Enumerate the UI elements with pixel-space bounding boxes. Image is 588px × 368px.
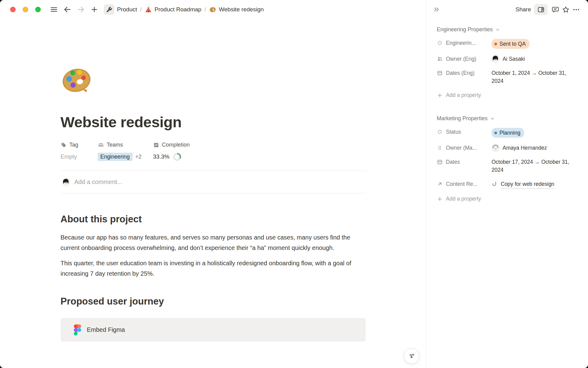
property-value[interactable]: Ai Sasaki [492,55,579,63]
property-name[interactable]: Dates [437,158,492,166]
status-dot-icon [494,132,497,134]
property-teams-value[interactable]: Engineering +2 [98,152,153,161]
teams-extra-count: +2 [135,154,142,160]
comment-placeholder: Add a comment... [74,178,123,186]
property-name[interactable]: Engineerin... [437,39,492,47]
property-value-page-link[interactable]: Copy for web redesign [492,180,579,189]
close-window-button[interactable] [10,7,16,12]
sidebar-topbar: Share [426,0,588,19]
comments-button[interactable] [550,4,560,15]
property-name-label: Owner (Eng) [446,55,476,63]
minimize-window-button[interactable] [23,7,28,12]
property-row-owner-marketing: Owner (Ma... Amaya Hernandez [437,141,579,155]
property-completion-value[interactable]: 33.3% [153,152,190,161]
new-page-button[interactable] [89,4,100,15]
empty-value: Empty [61,153,77,160]
breadcrumb-item-product[interactable]: Product [102,3,139,16]
add-property-button[interactable]: Add a property [437,89,579,101]
more-options-button[interactable] [571,4,581,15]
property-tag-header[interactable]: Tag [61,142,98,148]
back-button[interactable] [62,4,73,15]
breadcrumb-item-product-roadmap[interactable]: Product Roadmap [143,5,203,14]
breadcrumb-separator: / [205,6,206,13]
page-icon-palette[interactable] [61,64,92,96]
properties-sidebar: Share Engineering Properties Engineerin.… [426,0,588,368]
avatar [492,144,499,152]
panel-icon [537,6,545,13]
ai-face-icon [407,351,416,361]
property-name[interactable]: Status [437,128,492,136]
breadcrumb-label: Product Roadmap [155,6,202,13]
property-tag-value[interactable]: Empty [61,152,98,161]
property-name[interactable]: Owner (Ma... [437,144,492,152]
topbar: Product / Product Roadmap / Website rede… [0,0,426,19]
heading-proposed-user-journey[interactable]: Proposed user journey [61,296,366,307]
toggle-side-panel-button[interactable] [534,4,548,15]
favorite-button[interactable] [560,4,571,15]
calendar-icon [437,70,443,76]
property-row-dates-eng: Dates (Eng) October 1, 2024 → October 31… [437,66,579,88]
property-name-label: Engineerin... [446,39,476,47]
property-value[interactable]: October 1, 2024 → October 31, 2024 [492,69,579,85]
property-completion: Completion 33.3% [153,142,190,161]
avatar [62,178,70,186]
add-property-label: Add a property [446,92,481,98]
property-value[interactable]: Planning [492,128,579,138]
page-title[interactable]: Website redesign [61,113,366,131]
section-engineering-properties[interactable]: Engineering Properties [437,26,579,33]
divider [61,193,366,194]
property-name[interactable]: Dates (Eng) [437,69,492,77]
collapse-sidebar-button[interactable] [431,4,442,15]
plus-icon [437,92,443,98]
property-label: Completion [162,142,190,148]
forward-button[interactable] [76,4,86,15]
property-name[interactable]: Owner (Eng) [437,55,492,63]
add-property-button[interactable]: Add a property [437,193,579,205]
sidebar-menu-button[interactable] [49,4,59,15]
page-link-label: Copy for web redesign [501,180,554,189]
wrench-icon [104,4,114,15]
property-name[interactable]: Content Re... [437,180,492,188]
add-property-label: Add a property [446,196,481,202]
status-burst-icon [437,129,443,135]
heading-about-project[interactable]: About this project [61,214,366,225]
breadcrumb: Product / Product Roadmap / Website rede… [102,3,266,16]
property-value[interactable]: Sent to QA [492,39,579,49]
property-name-label: Owner (Ma... [446,144,477,152]
property-teams-header[interactable]: Teams [98,142,153,148]
property-completion-header[interactable]: Completion [153,142,190,148]
sidebar-body: Engineering Properties Engineerin... Sen… [426,19,588,205]
team-tag-engineering: Engineering [98,153,133,161]
arrow-northeast-icon [437,181,443,187]
breadcrumb-label: Website redesign [219,6,264,13]
breadcrumb-separator: / [140,6,141,13]
tent-icon [145,6,152,13]
comment-bubble-icon [552,6,559,13]
tag-icon [61,142,67,148]
property-row-owner-eng: Owner (Eng) Ai Sasaki [437,52,579,66]
teams-icon [98,142,104,148]
paragraph-about-2[interactable]: This quarter, the user education team is… [61,258,366,279]
section-title: Engineering Properties [437,26,493,33]
status-dot-icon [494,43,497,45]
nav-controls [49,4,100,15]
property-value[interactable]: Amaya Hernandez [492,144,579,152]
status-badge-label: Sent to QA [499,40,526,48]
person-name: Ai Sasaki [503,55,525,63]
embed-figma-block[interactable]: Embed Figma [61,318,366,342]
page-scroll-area: Website redesign Tag Empty [0,19,426,368]
add-comment-area[interactable]: Add a comment... [61,171,366,193]
avatar [492,55,499,63]
section-title: Marketing Properties [437,115,488,122]
property-label: Teams [107,142,123,148]
completion-percent: 33.3% [153,153,170,160]
notion-ai-button[interactable] [404,348,419,364]
section-marketing-properties[interactable]: Marketing Properties [437,115,579,122]
property-value[interactable]: October 17, 2024 → October 31, 2024 [492,158,579,174]
share-button[interactable]: Share [512,4,534,15]
paragraph-about-1[interactable]: Because our app has so many features, an… [61,232,366,253]
zoom-window-button[interactable] [35,7,41,12]
status-badge: Planning [492,128,524,138]
breadcrumb-item-website-redesign[interactable]: Website redesign [207,5,266,14]
status-badge-label: Planning [499,129,520,137]
